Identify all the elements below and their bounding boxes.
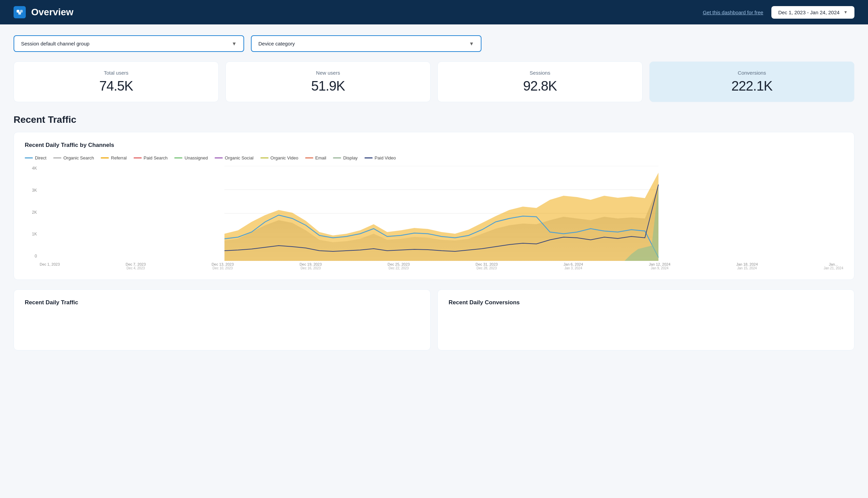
traffic-chart-container: Recent Daily Traffic by Channels Direct … <box>14 132 854 280</box>
total-users-label: Total users <box>104 70 129 76</box>
get-dashboard-link[interactable]: Get this dashboard for free <box>703 10 763 15</box>
y-label-1k: 1K <box>25 232 37 236</box>
x-label-dec19: Dec 19, 2023 Dec 16, 2023 <box>299 262 321 270</box>
conversions-label: Conversions <box>738 70 766 76</box>
chart-title: Recent Daily Traffic by Channels <box>25 142 843 148</box>
legend-display: Display <box>333 155 358 160</box>
x-label-jan-end: Jan... Jan 21, 2024 <box>824 262 843 270</box>
y-label-4k: 4K <box>25 166 37 171</box>
x-label-dec13: Dec 13, 2023 Dec 10, 2023 <box>212 262 233 270</box>
chart-wrapper: 4K 3K 2K 1K 0 <box>25 166 843 270</box>
new-users-label: New users <box>316 70 340 76</box>
x-label-dec25: Dec 25, 2023 Dec 22, 2023 <box>388 262 410 270</box>
section-title: Recent Traffic <box>14 114 854 125</box>
legend-unassigned: Unassigned <box>174 155 208 160</box>
app-title: Overview <box>31 7 74 18</box>
legend-display-icon <box>333 157 341 158</box>
sessions-value: 92.8K <box>523 78 557 94</box>
conversions-value: 222.1K <box>731 78 772 94</box>
x-label-jan12: Jan 12, 2024 Jan 9, 2024 <box>649 262 671 270</box>
header: Overview Get this dashboard for free Dec… <box>0 0 868 24</box>
header-left: Overview <box>14 6 74 18</box>
legend-organic-search-label: Organic Search <box>63 155 94 160</box>
metric-card-conversions: Conversions 222.1K <box>649 62 854 102</box>
legend-organic-video-icon <box>261 157 269 158</box>
legend-organic-search-icon <box>53 157 62 158</box>
bottom-section: Recent Daily Traffic Recent Daily Conver… <box>14 289 854 351</box>
legend-direct: Direct <box>25 155 46 160</box>
channel-group-chevron-icon: ▼ <box>231 41 237 47</box>
metric-card-sessions: Sessions 92.8K <box>437 62 642 102</box>
traffic-chart-svg <box>40 166 843 261</box>
device-category-chevron-icon: ▼ <box>469 41 474 47</box>
legend-direct-label: Direct <box>35 155 46 160</box>
legend-paid-search-label: Paid Search <box>144 155 168 160</box>
legend-email-icon <box>305 157 313 158</box>
y-label-3k: 3K <box>25 188 37 193</box>
legend-unassigned-label: Unassigned <box>185 155 208 160</box>
y-label-0: 0 <box>25 254 37 259</box>
date-range-value: Dec 1, 2023 - Jan 24, 2024 <box>778 10 840 15</box>
new-users-value: 51.9K <box>311 78 345 94</box>
legend-referral-label: Referral <box>111 155 126 160</box>
recent-daily-traffic-title: Recent Daily Traffic <box>25 299 419 306</box>
chart-area <box>40 166 843 261</box>
logo-icon <box>14 6 26 18</box>
date-picker-chevron-icon: ▼ <box>844 10 847 15</box>
legend-email-label: Email <box>315 155 326 160</box>
legend-organic-social-label: Organic Social <box>225 155 254 160</box>
metric-card-new-users: New users 51.9K <box>226 62 431 102</box>
channel-group-filter[interactable]: Session default channel group ▼ <box>14 35 244 52</box>
legend-paid-video: Paid Video <box>364 155 396 160</box>
legend-paid-video-icon <box>364 157 373 158</box>
legend-organic-search: Organic Search <box>53 155 94 160</box>
legend-organic-social-icon <box>215 157 223 158</box>
device-category-label: Device category <box>258 41 295 47</box>
chart-legend: Direct Organic Search Referral Paid Sear… <box>25 155 843 160</box>
svg-rect-2 <box>18 12 21 15</box>
total-users-value: 74.5K <box>99 78 133 94</box>
device-category-filter[interactable]: Device category ▼ <box>251 35 481 52</box>
sessions-label: Sessions <box>530 70 550 76</box>
legend-display-label: Display <box>343 155 358 160</box>
legend-organic-video-label: Organic Video <box>270 155 298 160</box>
recent-daily-conversions-title: Recent Daily Conversions <box>449 299 843 306</box>
area-referral <box>225 173 658 261</box>
metric-card-total-users: Total users 74.5K <box>14 62 219 102</box>
recent-daily-traffic-card: Recent Daily Traffic <box>14 289 431 351</box>
legend-referral-icon <box>101 157 109 158</box>
legend-organic-video: Organic Video <box>261 155 298 160</box>
legend-email: Email <box>305 155 326 160</box>
main-content: Session default channel group ▼ Device c… <box>0 24 868 361</box>
chart-y-axis: 4K 3K 2K 1K 0 <box>25 166 37 260</box>
legend-referral: Referral <box>101 155 126 160</box>
metric-cards: Total users 74.5K New users 51.9K Sessio… <box>14 62 854 102</box>
filter-row: Session default channel group ▼ Device c… <box>14 35 854 52</box>
chart-x-axis: Dec 1, 2023 Dec 7, 2023 Dec 4, 2023 Dec … <box>40 262 843 270</box>
x-label-jan18: Jan 18, 2024 Jan 15, 2024 <box>736 262 758 270</box>
header-right: Get this dashboard for free Dec 1, 2023 … <box>703 6 854 19</box>
x-label-dec31: Dec 31, 2023 Dec 28, 2023 <box>476 262 498 270</box>
recent-daily-conversions-card: Recent Daily Conversions <box>437 289 854 351</box>
legend-organic-social: Organic Social <box>215 155 254 160</box>
x-label-dec7: Dec 7, 2023 Dec 4, 2023 <box>125 262 145 270</box>
channel-group-label: Session default channel group <box>21 41 90 47</box>
legend-paid-search-icon <box>134 157 142 158</box>
legend-paid-search: Paid Search <box>134 155 168 160</box>
y-label-2k: 2K <box>25 210 37 215</box>
x-label-dec1: Dec 1, 2023 <box>40 262 60 270</box>
legend-unassigned-icon <box>174 157 183 158</box>
date-range-picker[interactable]: Dec 1, 2023 - Jan 24, 2024 ▼ <box>771 6 854 19</box>
legend-paid-video-label: Paid Video <box>375 155 396 160</box>
legend-direct-icon <box>25 157 33 158</box>
x-label-jan6: Jan 6, 2024 Jan 3, 2024 <box>563 262 583 270</box>
